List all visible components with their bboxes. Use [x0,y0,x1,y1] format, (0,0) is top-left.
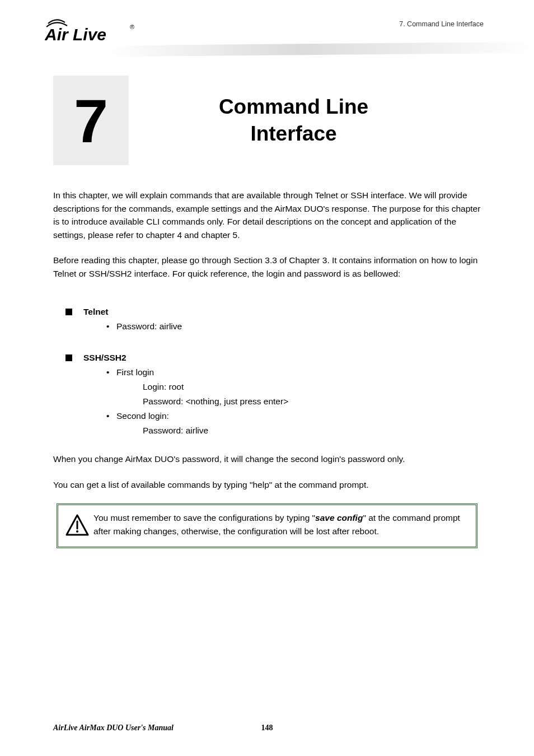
chapter-heading-line2: Interface [250,122,336,145]
telnet-password-line: • Password: airlive [106,321,481,332]
chapter-number: 7 [53,76,129,165]
svg-text:Air Live: Air Live [45,25,106,44]
brand-logo: Air Live ® [45,16,140,47]
ssh-password-nothing: Password: <nothing, just press enter> [143,396,481,407]
logo-svg: Air Live ® [45,16,140,45]
svg-point-4 [76,530,78,533]
header-swoosh [106,42,534,57]
ssh-login-root: Login: root [143,382,481,392]
bullet-dot-icon: • [106,367,116,377]
after-p1: When you change AirMax DUO's password, i… [53,452,481,466]
telnet-password-text: Password: airlive [116,321,182,332]
footer-manual-title: AirLive AirMax DUO User's Manual [53,724,174,732]
ssh-second-login-text: Second login: [116,411,169,421]
ssh-first-login-text: First login [116,367,154,377]
warning-icon [65,511,93,539]
bullet-dot-icon: • [106,411,116,421]
telnet-heading: Telnet [65,307,481,317]
chapter-heading: Command Line Interface [129,94,481,147]
footer-page-number: 148 [261,724,273,732]
bullet-dot-icon: • [106,321,116,332]
callout-pre: You must remember to save the configurat… [93,513,315,522]
ssh-second-login-line: • Second login: [106,411,481,421]
chapter-title-block: 7 Command Line Interface [53,76,481,165]
ssh-heading: SSH/SSH2 [65,353,481,363]
square-bullet-icon [65,354,72,361]
ssh-password-airlive: Password: airlive [143,426,481,436]
ssh-first-login-line: • First login [106,367,481,377]
before-paragraph: Before reading this chapter, please go t… [53,254,481,280]
svg-text:®: ® [130,24,134,30]
telnet-label: Telnet [83,307,109,317]
intro-paragraph: In this chapter, we will explain command… [53,189,481,241]
header-breadcrumb: 7. Command Line Interface [399,20,484,28]
ssh-label: SSH/SSH2 [83,353,127,363]
page-header: Air Live ® 7. Command Line Interface [0,0,534,62]
callout-bold: save config [315,513,363,522]
page-footer: AirLive AirMax DUO User's Manual 148 [53,724,481,732]
warning-callout: You must remember to save the configurat… [57,503,477,548]
warning-text: You must remember to save the configurat… [93,511,464,538]
chapter-heading-line1: Command Line [219,95,368,118]
after-p2: You can get a list of available commands… [53,478,481,492]
page-content: 7 Command Line Interface In this chapter… [0,62,534,548]
square-bullet-icon [65,309,72,315]
